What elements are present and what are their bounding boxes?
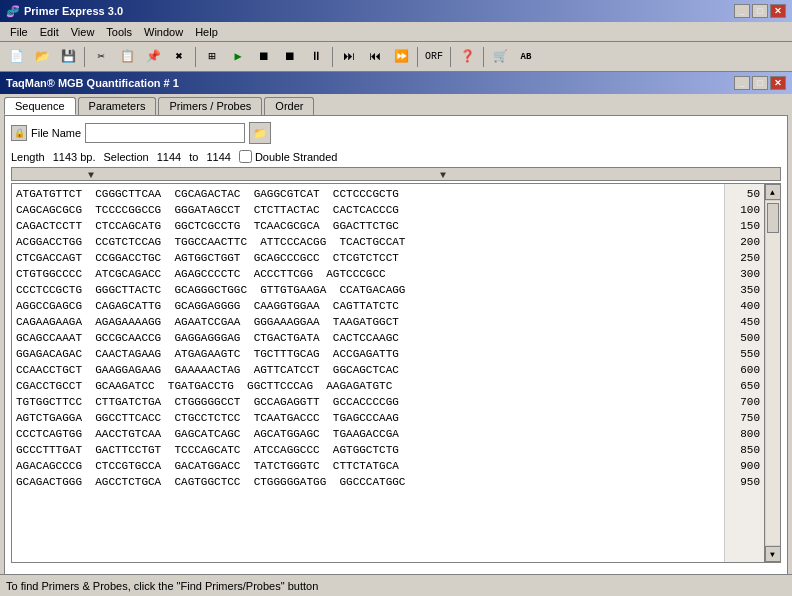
line-number: 650 bbox=[729, 378, 760, 394]
selection-from: 1144 bbox=[157, 151, 181, 163]
sequence-container: ATGATGTTCT CGGGCTTCAA CGCAGACTAC GAGGCGT… bbox=[11, 183, 781, 563]
stop-button[interactable]: ⏹ bbox=[252, 45, 276, 69]
toolbar-separator-4 bbox=[417, 47, 418, 67]
tab-sequence[interactable]: Sequence bbox=[4, 97, 76, 115]
toolbar-separator-2 bbox=[195, 47, 196, 67]
ruler-arrow-left: ▼ bbox=[88, 170, 94, 181]
sequence-line: ACGGACCTGG CCGTCTCCAG TGGCCAACTTC ATTCCC… bbox=[16, 234, 720, 250]
sub-close-button[interactable]: ✕ bbox=[770, 76, 786, 90]
file-row: 🔒 File Name 📁 bbox=[11, 122, 781, 144]
sequence-line: CAGCAGCGCG TCCCCGGCCG GGGATAGCCT CTCTTAC… bbox=[16, 202, 720, 218]
line-number: 300 bbox=[729, 266, 760, 282]
sequence-line: CCCTCCGCTG GGGCTTACTC GCAGGGCTGGC GTTGTG… bbox=[16, 282, 720, 298]
title-bar-controls: _ □ ✕ bbox=[734, 4, 786, 18]
sub-maximize-button[interactable]: □ bbox=[752, 76, 768, 90]
stop2-button[interactable]: ⏹ bbox=[278, 45, 302, 69]
sequence-line: TGTGGCTTCC CTTGATCTGA CTGGGGGCCT GCCAGAG… bbox=[16, 394, 720, 410]
line-number: 450 bbox=[729, 314, 760, 330]
line-number: 50 bbox=[729, 186, 760, 202]
sequence-line: CCAACCTGCT GAAGGAGAAG GAAAAACTAG AGTTCAT… bbox=[16, 362, 720, 378]
menu-edit[interactable]: Edit bbox=[34, 25, 65, 39]
step-button[interactable]: ⏩ bbox=[389, 45, 413, 69]
scrollbar: ▲ ▼ bbox=[764, 184, 780, 562]
scroll-up-button[interactable]: ▲ bbox=[765, 184, 781, 200]
length-label: Length bbox=[11, 151, 45, 163]
menu-help[interactable]: Help bbox=[189, 25, 224, 39]
scroll-thumb[interactable] bbox=[767, 203, 779, 233]
menu-bar: File Edit View Tools Window Help bbox=[0, 22, 792, 42]
tab-primers-probes[interactable]: Primers / Probes bbox=[158, 97, 262, 115]
line-number: 600 bbox=[729, 362, 760, 378]
stop3-button[interactable]: ⏸ bbox=[304, 45, 328, 69]
file-name-input[interactable] bbox=[85, 123, 245, 143]
sequence-line: GCAGACTGGG AGCCTCTGCA CAGTGGCTCC CTGGGGG… bbox=[16, 474, 720, 490]
new-button[interactable]: 📄 bbox=[4, 45, 28, 69]
app-title: Primer Express 3.0 bbox=[24, 5, 123, 17]
selection-label: Selection bbox=[103, 151, 148, 163]
sequence-line: GGAGACAGAC CAACTAGAAG ATGAGAAGTC TGCTTTG… bbox=[16, 346, 720, 362]
line-numbers: 5010015020025030035040045050055060065070… bbox=[724, 184, 764, 562]
paste-button[interactable]: 📌 bbox=[141, 45, 165, 69]
line-number: 950 bbox=[729, 474, 760, 490]
line-number: 550 bbox=[729, 346, 760, 362]
help-button[interactable]: ❓ bbox=[455, 45, 479, 69]
content-area: 🔒 File Name 📁 Length 1143 bp. Selection … bbox=[4, 115, 788, 589]
back-button[interactable]: ⏮ bbox=[363, 45, 387, 69]
sequence-line: CGACCTGCCT GCAAGATCC TGATGACCTG GGCTTCCC… bbox=[16, 378, 720, 394]
close-button[interactable]: ✕ bbox=[770, 4, 786, 18]
line-number: 100 bbox=[729, 202, 760, 218]
menu-tools[interactable]: Tools bbox=[100, 25, 138, 39]
selection-to: 1144 bbox=[206, 151, 230, 163]
sequence-text[interactable]: ATGATGTTCT CGGGCTTCAA CGCAGACTAC GAGGCGT… bbox=[12, 184, 724, 562]
toolbar-separator-1 bbox=[84, 47, 85, 67]
sub-window-title: TaqMan® MGB Quantification # 1 bbox=[6, 77, 179, 89]
line-number: 750 bbox=[729, 410, 760, 426]
line-number: 200 bbox=[729, 234, 760, 250]
line-number: 400 bbox=[729, 298, 760, 314]
sequence-line: CCCTCAGTGG AACCTGTCAA GAGCATCAGC AGCATGG… bbox=[16, 426, 720, 442]
cut-button[interactable]: ✂ bbox=[89, 45, 113, 69]
sequence-line: GCAGCCAAAT GCCGCAACCG GAGGAGGGAG CTGACTG… bbox=[16, 330, 720, 346]
copy-button[interactable]: 📋 bbox=[115, 45, 139, 69]
line-number: 350 bbox=[729, 282, 760, 298]
maximize-button[interactable]: □ bbox=[752, 4, 768, 18]
sequence-line: CTGTGGCCCC ATCGCAGACC AGAGCCCCTC ACCCTTC… bbox=[16, 266, 720, 282]
line-number: 250 bbox=[729, 250, 760, 266]
double-stranded-text: Double Stranded bbox=[255, 151, 338, 163]
line-number: 700 bbox=[729, 394, 760, 410]
minimize-button[interactable]: _ bbox=[734, 4, 750, 18]
line-number: 900 bbox=[729, 458, 760, 474]
line-number: 850 bbox=[729, 442, 760, 458]
grid-button[interactable]: ⊞ bbox=[200, 45, 224, 69]
sequence-line: ATGATGTTCT CGGGCTTCAA CGCAGACTAC GAGGCGT… bbox=[16, 186, 720, 202]
double-stranded-checkbox[interactable] bbox=[239, 150, 252, 163]
scroll-down-button[interactable]: ▼ bbox=[765, 546, 781, 562]
main-window: TaqMan® MGB Quantification # 1 _ □ ✕ Seq… bbox=[0, 72, 792, 596]
double-stranded-label: Double Stranded bbox=[239, 150, 338, 163]
tab-parameters[interactable]: Parameters bbox=[78, 97, 157, 115]
browse-button[interactable]: 📁 bbox=[249, 122, 271, 144]
zoom-button[interactable]: ORF bbox=[422, 45, 446, 69]
toolbar-separator-5 bbox=[450, 47, 451, 67]
abc-button[interactable]: AB bbox=[514, 45, 538, 69]
sub-title-controls: _ □ ✕ bbox=[734, 76, 786, 90]
play-button[interactable]: ▶ bbox=[226, 45, 250, 69]
forward-button[interactable]: ⏭ bbox=[337, 45, 361, 69]
length-row: Length 1143 bp. Selection 1144 to 1144 D… bbox=[11, 150, 781, 163]
line-number: 800 bbox=[729, 426, 760, 442]
length-value: 1143 bp. bbox=[53, 151, 96, 163]
tab-order[interactable]: Order bbox=[264, 97, 314, 115]
open-button[interactable]: 📂 bbox=[30, 45, 54, 69]
cart-button[interactable]: 🛒 bbox=[488, 45, 512, 69]
save-button[interactable]: 💾 bbox=[56, 45, 80, 69]
menu-view[interactable]: View bbox=[65, 25, 101, 39]
menu-window[interactable]: Window bbox=[138, 25, 189, 39]
status-text: To find Primers & Probes, click the "Fin… bbox=[6, 580, 318, 592]
toolbar: 📄 📂 💾 ✂ 📋 📌 ✖ ⊞ ▶ ⏹ ⏹ ⏸ ⏭ ⏮ ⏩ ORF ❓ 🛒 AB bbox=[0, 42, 792, 72]
delete-button[interactable]: ✖ bbox=[167, 45, 191, 69]
menu-file[interactable]: File bbox=[4, 25, 34, 39]
sub-minimize-button[interactable]: _ bbox=[734, 76, 750, 90]
lock-icon: 🔒 bbox=[11, 125, 27, 141]
scroll-track bbox=[766, 201, 780, 545]
tab-bar: Sequence Parameters Primers / Probes Ord… bbox=[0, 94, 792, 115]
